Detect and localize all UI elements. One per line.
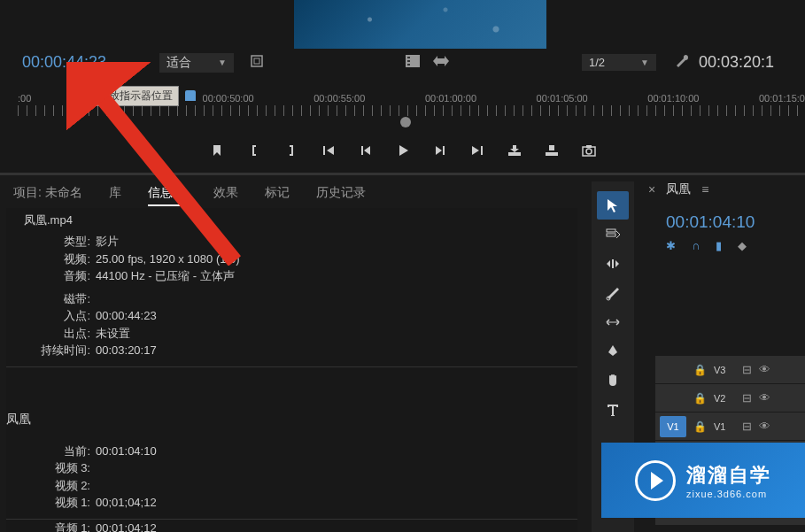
slip-tool[interactable]: [597, 308, 629, 336]
pen-tool[interactable]: [597, 337, 629, 366]
linked-selection-icon[interactable]: ∩: [692, 239, 700, 252]
playhead-marker[interactable]: [185, 90, 196, 101]
svg-rect-18: [607, 234, 615, 236]
step-forward-button[interactable]: [431, 142, 449, 159]
info-value: 00:01:04:10: [96, 443, 157, 460]
watermark-title: 溜溜自学: [686, 462, 771, 489]
close-icon[interactable]: ×: [648, 182, 655, 197]
type-tool[interactable]: [597, 396, 629, 424]
lock-icon[interactable]: 🔒: [693, 392, 707, 405]
wrench-icon[interactable]: [674, 53, 690, 72]
info-value: 00:00:44:23: [96, 307, 157, 325]
snap-icon[interactable]: ✱: [666, 239, 676, 252]
track-row[interactable]: 🔒 V3 ⊟ 👁: [655, 356, 805, 384]
info-value: 未设置: [96, 325, 130, 343]
tab-effects[interactable]: 效果: [213, 181, 238, 206]
insert-button[interactable]: [506, 142, 523, 159]
toggle-output-icon[interactable]: ⊟: [742, 363, 752, 376]
source-toggle[interactable]: [660, 388, 686, 409]
info-label: 入点:: [24, 307, 90, 325]
track-row[interactable]: V1 🔒 V1 ⊟ 👁: [655, 412, 805, 441]
svg-rect-17: [607, 229, 615, 232]
export-frame-button[interactable]: [580, 142, 598, 159]
go-to-out-button[interactable]: [468, 142, 486, 159]
info-label: 视频 3:: [24, 459, 90, 477]
timeline-title: 凤凰: [666, 181, 691, 197]
track-name: V1: [714, 421, 735, 432]
info-label: 持续时间:: [24, 342, 90, 359]
source-toggle[interactable]: [660, 359, 686, 381]
source-toggle[interactable]: V1: [660, 416, 686, 437]
eye-icon[interactable]: 👁: [759, 363, 770, 376]
svg-rect-10: [508, 152, 521, 156]
info-label: 当前:: [24, 443, 90, 460]
tab-info[interactable]: 信息≡: [148, 181, 187, 206]
marker-button[interactable]: [208, 142, 226, 159]
svg-point-14: [586, 149, 592, 154]
info-label: 视频 1:: [24, 494, 90, 512]
time-mark: 00:01:00:00: [425, 93, 476, 104]
marker-icon[interactable]: ▮: [716, 239, 722, 252]
info-value: 44100 Hz - 已压缩 - 立体声: [96, 267, 235, 285]
info-label: 磁带:: [24, 290, 90, 308]
toggle-output-icon[interactable]: ⊟: [742, 420, 752, 433]
resolution-dropdown[interactable]: 1/2 ▼: [582, 54, 656, 71]
tab-history[interactable]: 历史记录: [316, 181, 366, 206]
eye-icon[interactable]: 👁: [759, 420, 770, 433]
svg-rect-6: [323, 146, 325, 155]
info-value: 00:03:20:17: [96, 342, 157, 359]
time-mark: 00:01:05:00: [537, 93, 588, 104]
resolution-label: 1/2: [589, 56, 605, 69]
watermark-url: zixue.3d66.com: [686, 489, 771, 499]
timeline-timecode[interactable]: 00:01:04:10: [666, 212, 755, 232]
tab-project[interactable]: 项目: 未命名: [13, 181, 82, 206]
step-back-button[interactable]: [357, 142, 375, 159]
info-label: 视频 2:: [24, 477, 90, 495]
svg-rect-3: [407, 57, 410, 58]
sequence-name: 凤凰: [6, 407, 577, 432]
panel-menu-icon[interactable]: ≡: [701, 182, 708, 197]
in-timecode[interactable]: 00:00:44:23: [22, 53, 106, 72]
chevron-down-icon: ▼: [640, 58, 649, 67]
overwrite-button[interactable]: [543, 142, 561, 159]
lock-icon[interactable]: 🔒: [693, 364, 707, 376]
track-select-tool[interactable]: [597, 220, 629, 249]
pointer-cursor-icon: [71, 64, 89, 88]
selection-tool[interactable]: [597, 191, 629, 220]
ripple-edit-tool[interactable]: [597, 250, 629, 278]
play-button[interactable]: [394, 142, 412, 159]
svg-rect-15: [586, 145, 592, 148]
preview-thumbnail: [294, 0, 546, 49]
svg-rect-1: [254, 58, 259, 64]
info-value: 00;01;04;12: [96, 520, 157, 533]
output-icon[interactable]: [433, 56, 449, 69]
info-value: 25.00 fps, 1920 x 1080 (1.0): [96, 251, 240, 268]
info-label: 出点:: [24, 325, 90, 343]
hand-tool[interactable]: [597, 366, 629, 395]
time-mark: 00:00:55:00: [313, 93, 365, 104]
zoom-fit-dropdown[interactable]: 适合 ▼: [159, 53, 234, 73]
toggle-output-icon[interactable]: ⊟: [742, 391, 752, 405]
out-timecode: 00:03:20:1: [699, 53, 774, 72]
video-overlay-icon[interactable]: [406, 55, 420, 70]
time-mark: :00: [18, 93, 31, 104]
info-label: 类型:: [24, 233, 90, 251]
svg-rect-0: [252, 56, 262, 66]
track-name: V2: [714, 393, 735, 404]
eye-icon[interactable]: 👁: [759, 391, 770, 405]
go-to-in-button[interactable]: [320, 142, 337, 159]
out-bracket-button[interactable]: [283, 142, 300, 159]
tab-library[interactable]: 库: [109, 181, 121, 206]
scroll-thumb[interactable]: [400, 117, 411, 127]
tab-menu-icon[interactable]: ≡: [180, 185, 187, 199]
in-bracket-button[interactable]: [245, 142, 263, 159]
track-row[interactable]: 🔒 V2 ⊟ 👁: [655, 384, 805, 412]
watermark-logo-icon: [635, 460, 676, 501]
info-panel: 凤凰.mp4 类型:影片 视频:25.00 fps, 1920 x 1080 (…: [6, 208, 577, 532]
razor-tool[interactable]: [597, 279, 629, 307]
tab-markers[interactable]: 标记: [265, 181, 290, 206]
settings-icon[interactable]: ◆: [738, 239, 747, 252]
settings-overlay-icon[interactable]: [250, 54, 264, 71]
time-mark: 00:00:50:00: [203, 93, 254, 104]
lock-icon[interactable]: 🔒: [693, 420, 707, 433]
